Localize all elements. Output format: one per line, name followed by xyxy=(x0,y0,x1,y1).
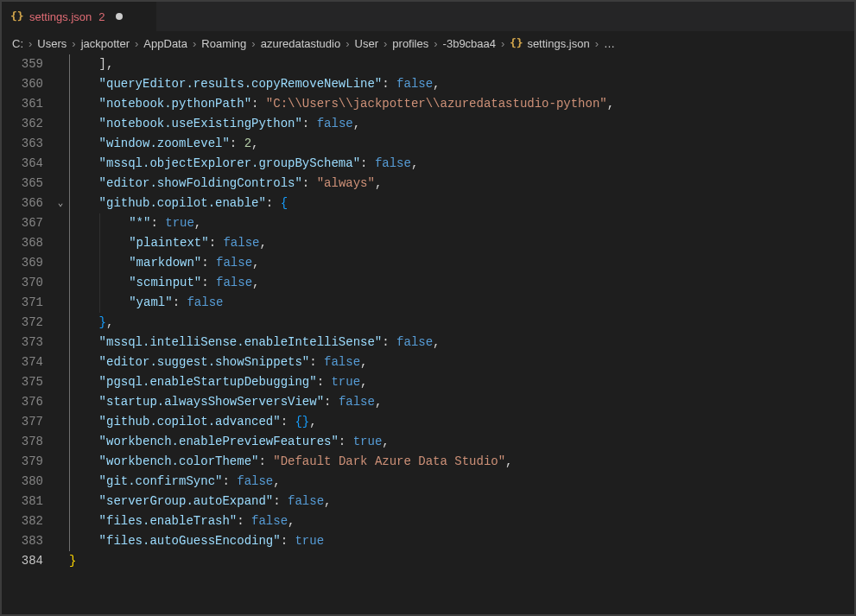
fold-toggle-icon xyxy=(52,372,69,392)
code-line[interactable]: 366⌄ "github.copilot.enable": { xyxy=(2,194,854,213)
code-content: "window.zoomLevel": 2, xyxy=(69,134,258,154)
chevron-right-icon: › xyxy=(595,37,599,50)
code-line[interactable]: 377 "github.copilot.advanced": {}, xyxy=(2,412,854,432)
code-line[interactable]: 383 "files.autoGuessEncoding": true xyxy=(2,531,854,551)
code-line[interactable]: 381 "serverGroup.autoExpand": false, xyxy=(2,492,854,511)
line-number: 377 xyxy=(2,412,52,432)
chevron-right-icon: › xyxy=(135,37,138,50)
line-number: 359 xyxy=(2,54,52,74)
svg-text:{}: {} xyxy=(10,10,24,22)
breadcrumb-item[interactable]: Users xyxy=(37,37,67,50)
code-line[interactable]: 369 "markdown": false, xyxy=(2,253,854,273)
code-content: "mssql.intelliSense.enableIntelliSense":… xyxy=(69,333,441,352)
code-line[interactable]: 363 "window.zoomLevel": 2, xyxy=(2,134,854,154)
fold-toggle-icon xyxy=(52,273,69,293)
breadcrumb-item[interactable]: C: xyxy=(12,37,23,50)
breadcrumb-item[interactable]: {} settings.json xyxy=(510,36,589,50)
tab-badge: 2 xyxy=(98,10,105,23)
code-line[interactable]: 371 "yaml": false xyxy=(2,293,854,313)
line-number: 372 xyxy=(2,313,52,333)
fold-toggle-icon xyxy=(52,472,69,492)
fold-toggle-icon xyxy=(52,352,69,372)
fold-toggle-icon xyxy=(52,551,69,571)
code-line[interactable]: 380 "git.confirmSync": false, xyxy=(2,472,854,492)
line-number: 382 xyxy=(2,511,52,531)
line-number: 362 xyxy=(2,114,52,134)
breadcrumb[interactable]: C: › Users › jackpotter › AppData › Roam… xyxy=(2,32,854,54)
chevron-right-icon: › xyxy=(384,37,387,50)
line-number: 383 xyxy=(2,531,52,551)
dirty-indicator-icon[interactable] xyxy=(116,13,123,20)
line-number: 365 xyxy=(2,174,52,194)
chevron-right-icon: › xyxy=(251,37,255,50)
breadcrumb-item[interactable]: azuredatastudio xyxy=(261,37,341,50)
chevron-right-icon: › xyxy=(193,37,196,50)
code-content: } xyxy=(69,551,76,571)
breadcrumb-item[interactable]: -3b9cbaa4 xyxy=(443,37,496,50)
breadcrumb-item[interactable]: Roaming xyxy=(201,37,246,50)
code-editor[interactable]: 359 ],360 "queryEditor.results.copyRemov… xyxy=(2,54,854,614)
fold-toggle-icon xyxy=(52,253,69,273)
fold-toggle-icon[interactable]: ⌄ xyxy=(52,194,69,213)
code-content: "workbench.colorTheme": "Default Dark Az… xyxy=(69,452,513,472)
code-content: "plaintext": false, xyxy=(69,233,267,253)
code-line[interactable]: 373 "mssql.intelliSense.enableIntelliSen… xyxy=(2,333,854,352)
code-content: "scminput": false, xyxy=(69,273,259,293)
fold-toggle-icon xyxy=(52,313,69,333)
code-line[interactable]: 382 "files.enableTrash": false, xyxy=(2,511,854,531)
code-content: "yaml": false xyxy=(69,293,223,313)
code-content: }, xyxy=(69,313,113,333)
code-line[interactable]: 365 "editor.showFoldingControls": "alway… xyxy=(2,174,854,194)
chevron-right-icon: › xyxy=(434,37,437,50)
code-line[interactable]: 364 "mssql.objectExplorer.groupBySchema"… xyxy=(2,154,854,174)
code-line[interactable]: 370 "scminput": false, xyxy=(2,273,854,293)
code-line[interactable]: 374 "editor.suggest.showSnippets": false… xyxy=(2,352,854,372)
braces-icon: {} xyxy=(10,10,24,23)
line-number: 366 xyxy=(2,194,52,213)
fold-toggle-icon xyxy=(52,511,69,531)
fold-toggle-icon xyxy=(52,54,69,74)
line-number: 384 xyxy=(2,551,52,571)
code-line[interactable]: 384} xyxy=(2,551,854,571)
code-content: "editor.showFoldingControls": "always", xyxy=(69,174,382,194)
code-line[interactable]: 378 "workbench.enablePreviewFeatures": t… xyxy=(2,432,854,452)
code-line[interactable]: 376 "startup.alwaysShowServersView": fal… xyxy=(2,392,854,412)
code-line[interactable]: 361 "notebook.pythonPath": "C:\\Users\\j… xyxy=(2,94,854,114)
code-content: ], xyxy=(69,54,113,74)
code-line[interactable]: 360 "queryEditor.results.copyRemoveNewLi… xyxy=(2,74,854,94)
tab-bar: {} settings.json 2 xyxy=(2,2,854,32)
code-line[interactable]: 379 "workbench.colorTheme": "Default Dar… xyxy=(2,452,854,472)
breadcrumb-item[interactable]: User xyxy=(355,37,378,50)
code-content: "serverGroup.autoExpand": false, xyxy=(69,492,331,511)
braces-icon: {} xyxy=(510,36,523,50)
fold-toggle-icon xyxy=(52,333,69,352)
line-number: 370 xyxy=(2,273,52,293)
code-content: "editor.suggest.showSnippets": false, xyxy=(69,352,367,372)
line-number: 364 xyxy=(2,154,52,174)
code-line[interactable]: 359 ], xyxy=(2,54,854,74)
fold-toggle-icon xyxy=(52,94,69,114)
breadcrumb-overflow[interactable]: … xyxy=(604,37,615,50)
breadcrumb-item[interactable]: jackpotter xyxy=(81,37,130,50)
chevron-right-icon: › xyxy=(501,37,504,50)
breadcrumb-item[interactable]: AppData xyxy=(143,37,187,50)
fold-toggle-icon xyxy=(52,154,69,174)
line-number: 363 xyxy=(2,134,52,154)
code-line[interactable]: 362 "notebook.useExistingPython": false, xyxy=(2,114,854,134)
code-content: "*": true, xyxy=(69,213,201,233)
code-line[interactable]: 372 }, xyxy=(2,313,854,333)
breadcrumb-item[interactable]: profiles xyxy=(392,37,428,50)
code-line[interactable]: 375 "pgsql.enableStartupDebugging": true… xyxy=(2,372,854,392)
code-line[interactable]: 368 "plaintext": false, xyxy=(2,233,854,253)
code-content: "github.copilot.enable": { xyxy=(69,194,288,213)
chevron-right-icon: › xyxy=(346,37,349,50)
fold-toggle-icon xyxy=(52,134,69,154)
code-line[interactable]: 367 "*": true, xyxy=(2,213,854,233)
line-number: 361 xyxy=(2,94,52,114)
line-number: 380 xyxy=(2,472,52,492)
tab-settings-json[interactable]: {} settings.json 2 xyxy=(2,2,157,31)
line-number: 375 xyxy=(2,372,52,392)
code-content: "notebook.useExistingPython": false, xyxy=(69,114,360,134)
fold-toggle-icon xyxy=(52,293,69,313)
line-number: 367 xyxy=(2,213,52,233)
